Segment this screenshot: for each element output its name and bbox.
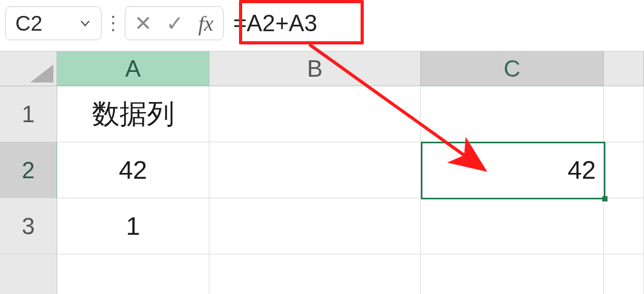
select-all-triangle[interactable] [0, 51, 57, 86]
cell-B4[interactable] [209, 254, 421, 294]
column-header-row: A B C [0, 51, 644, 86]
name-box-dropdown[interactable] [73, 7, 97, 40]
cell-D2[interactable] [604, 142, 644, 198]
cell-A4[interactable] [57, 254, 209, 294]
row-4-partial [0, 254, 644, 294]
cell-A2[interactable]: 42 [57, 142, 209, 198]
row-2: 2 42 42 [0, 142, 644, 198]
cell-D4[interactable] [604, 254, 644, 294]
formula-text[interactable]: =A2+A3 [229, 10, 321, 36]
cell-B2[interactable] [209, 142, 421, 198]
enter-formula-button[interactable]: ✓ [164, 7, 186, 40]
cancel-formula-button[interactable]: ✕ [133, 7, 154, 40]
cell-B3[interactable] [209, 198, 421, 254]
cell-C3[interactable] [421, 198, 604, 254]
column-header-A[interactable]: A [57, 51, 209, 86]
cell-D1[interactable] [604, 86, 644, 142]
cell-C1[interactable] [421, 86, 604, 142]
name-box-input[interactable] [15, 7, 73, 40]
formula-bar-more-icon[interactable]: ⋮ [107, 6, 119, 40]
row-header-3[interactable]: 3 [0, 198, 57, 254]
cell-C4[interactable] [421, 254, 604, 294]
name-box[interactable] [5, 6, 102, 40]
formula-input[interactable]: =A2+A3 [229, 6, 321, 40]
formula-bar-buttons: ✕ ✓ fx [125, 6, 224, 40]
cell-C2[interactable]: 42 [421, 142, 604, 198]
row-header-1[interactable]: 1 [0, 86, 57, 142]
insert-function-button[interactable]: fx [196, 7, 216, 40]
cell-A3[interactable]: 1 [57, 198, 209, 254]
column-header-B[interactable]: B [209, 51, 421, 86]
column-header-C[interactable]: C [421, 51, 604, 86]
cell-A1[interactable]: 数据列 [57, 86, 209, 142]
row-header-4[interactable] [0, 254, 57, 294]
spreadsheet-grid: A B C 1 数据列 2 42 42 3 1 [0, 51, 644, 294]
chevron-down-icon [78, 16, 92, 30]
column-header-next[interactable] [604, 51, 644, 86]
row-header-2[interactable]: 2 [0, 142, 57, 198]
cell-B1[interactable] [209, 86, 421, 142]
row-1: 1 数据列 [0, 86, 644, 142]
row-3: 3 1 [0, 198, 644, 254]
formula-bar: ⋮ ✕ ✓ fx =A2+A3 [5, 6, 321, 40]
cell-D3[interactable] [604, 198, 644, 254]
